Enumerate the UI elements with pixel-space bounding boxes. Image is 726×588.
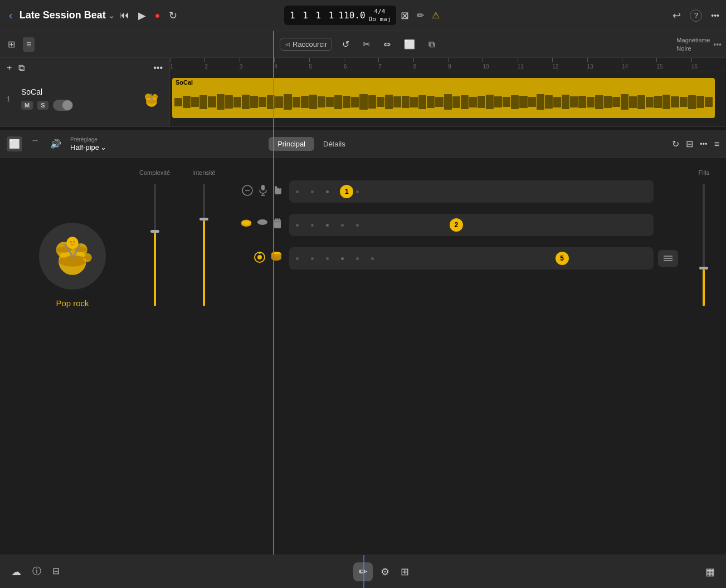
mixer-tool-button[interactable]: ⊞ xyxy=(397,562,412,581)
beat-pattern-1[interactable]: 1 xyxy=(289,180,654,203)
resize-tool[interactable]: ⇔ xyxy=(380,37,394,52)
waveform-bar xyxy=(359,94,367,110)
mute-button[interactable]: M xyxy=(21,101,33,110)
cloud-button[interactable]: ☁ xyxy=(11,566,21,578)
record-button[interactable]: ● xyxy=(155,11,160,21)
preset-name[interactable]: Half-pipe ⌄ xyxy=(70,143,106,152)
bottom-toolbar-right: ▦ xyxy=(705,566,715,578)
snare-icon[interactable] xyxy=(272,218,282,232)
grid-button[interactable]: ▦ xyxy=(705,566,715,577)
list-view-button[interactable]: ≡ xyxy=(23,37,35,52)
panel-button[interactable]: ⊟ xyxy=(52,566,60,578)
beat-dot xyxy=(311,257,314,260)
beat-dot xyxy=(341,257,344,260)
instrument-more-button[interactable]: ••• xyxy=(700,140,708,148)
waveform-bar xyxy=(393,96,401,107)
info-button[interactable]: ⓘ xyxy=(32,566,41,578)
intensity-thumb[interactable] xyxy=(199,218,208,220)
preset-chevron: ⌄ xyxy=(100,143,106,152)
fills-slider[interactable] xyxy=(703,184,705,306)
hihat-closed-icon[interactable] xyxy=(240,218,252,232)
pen-icon[interactable]: ✏ xyxy=(417,10,424,21)
drummer-avatar-icon xyxy=(50,234,95,278)
intensity-slider[interactable] xyxy=(203,184,205,306)
top-bar-left: ‹ Late Session Beat ⌄ ⏮ ▶ ● ↻ xyxy=(7,7,280,24)
svg-point-19 xyxy=(73,241,75,243)
eq-button[interactable]: ⊟ xyxy=(686,139,693,149)
waveform-bar xyxy=(343,96,350,108)
cycle-tool[interactable]: ↺ xyxy=(339,37,353,52)
track-toggle[interactable] xyxy=(53,100,73,111)
waveform-bar xyxy=(511,95,519,109)
hihat-open-icon[interactable] xyxy=(241,184,254,199)
settings-tool-button[interactable]: ⚙ xyxy=(377,562,393,581)
play-button[interactable]: ▶ xyxy=(138,9,146,22)
beat-rows-section: 1 xyxy=(227,180,654,543)
waveform-bar xyxy=(217,94,225,110)
waveform-visual xyxy=(174,88,713,116)
back-button[interactable]: ‹ xyxy=(7,7,15,24)
help-button[interactable]: ? xyxy=(690,9,702,22)
waveform-bar xyxy=(318,96,325,107)
waveform-bar xyxy=(646,97,654,107)
svg-point-29 xyxy=(257,219,267,225)
track-content[interactable]: SoCal xyxy=(170,71,726,126)
beat-list-button[interactable] xyxy=(658,250,678,267)
fills-thumb[interactable] xyxy=(699,267,708,270)
beat-row-2-icons xyxy=(227,218,282,232)
svg-point-37 xyxy=(259,252,261,254)
complexity-slider[interactable] xyxy=(154,184,156,306)
tambourine-icon[interactable] xyxy=(254,251,266,266)
more-button[interactable]: ••• xyxy=(711,11,719,20)
bpm-display: 110.0 xyxy=(338,10,365,21)
tab-main[interactable]: Principal xyxy=(269,137,314,151)
mic-icon[interactable] xyxy=(258,184,268,199)
solo-button[interactable]: S xyxy=(37,101,48,110)
magnet-label: Magnétisme Noire xyxy=(676,36,710,52)
magnet-more-button[interactable]: ••• xyxy=(713,40,722,49)
beat-dot xyxy=(311,190,314,193)
select-tool[interactable]: ⬜ xyxy=(401,37,418,52)
grid-view-button[interactable]: ⊞ xyxy=(4,37,18,52)
ruler-tick: 12 xyxy=(552,58,558,70)
fills-label: Fills xyxy=(698,169,709,176)
waveform-bar xyxy=(418,95,426,109)
drum-icon[interactable] xyxy=(270,251,282,266)
tab-group: Principal Détails xyxy=(269,137,354,151)
refresh-button[interactable]: ↻ xyxy=(672,139,679,149)
tools-bar-right: ⊲ Raccourcir ↺ ✂ ⇔ ⬜ ⧉ Magnétisme Noire … xyxy=(280,36,722,52)
rewind-button[interactable]: ⏮ xyxy=(119,9,129,21)
complexity-thumb[interactable] xyxy=(150,230,159,233)
waveform-bar xyxy=(351,97,359,107)
beat-row-2: 2 xyxy=(227,214,654,236)
timeline-section: + ⧉ ••• 12345678910111213141516 1 SoCal … xyxy=(0,58,726,130)
waveform-bar xyxy=(427,96,435,108)
position-display[interactable]: 1 1 1 1 110.0 4/4Do maj xyxy=(284,6,396,24)
copy-tool[interactable]: ⧉ xyxy=(425,37,438,52)
loop-button[interactable]: ↻ xyxy=(169,9,177,22)
tab-details[interactable]: Détails xyxy=(314,137,354,151)
volume-icon[interactable]: 🔊 xyxy=(48,136,64,151)
complexity-section: Complexité xyxy=(139,169,170,543)
project-dropdown-icon[interactable]: ⌄ xyxy=(108,11,115,20)
beat-pattern-2[interactable]: 2 xyxy=(289,214,654,236)
curve-view-button[interactable]: ⌒ xyxy=(29,137,41,151)
beat-row-3-icons xyxy=(227,251,282,266)
square-view-button[interactable]: ⬜ xyxy=(7,136,22,151)
alert-icon[interactable]: ⚠ xyxy=(432,10,440,21)
waveform-bar xyxy=(688,95,696,109)
clap-icon[interactable] xyxy=(257,218,268,232)
scissors-tool[interactable]: ✂ xyxy=(359,37,373,52)
hand-icon[interactable] xyxy=(272,184,282,199)
drummer-section: Pop rock xyxy=(17,169,128,543)
beat-row-1-icons xyxy=(227,184,282,199)
waveform-bar xyxy=(410,97,418,107)
beat-pattern-3[interactable]: 5 xyxy=(289,247,654,270)
shortcut-button[interactable]: ⊲ Raccourcir xyxy=(280,38,332,51)
drummer-avatar[interactable] xyxy=(39,223,106,290)
instrument-menu-button[interactable]: ≡ xyxy=(714,139,719,149)
brush-tool-button[interactable]: ✏ xyxy=(353,562,373,581)
waveform-region[interactable]: SoCal xyxy=(172,78,715,118)
lcd-icon[interactable]: ⊠ xyxy=(401,9,409,22)
undo-button[interactable]: ↩ xyxy=(673,9,681,22)
